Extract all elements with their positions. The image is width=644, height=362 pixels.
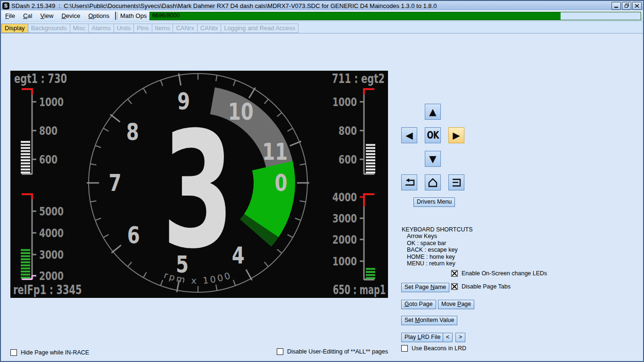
nav-up-button[interactable]: ▲ xyxy=(425,104,441,120)
tab-canrx[interactable]: CANrx xyxy=(173,24,197,33)
disable-edit-all-checkbox[interactable] xyxy=(277,348,283,355)
nav-ok-button[interactable]: OK xyxy=(425,127,441,143)
minimize-button[interactable] xyxy=(611,2,621,10)
nav-right-button[interactable]: ▶ xyxy=(448,127,464,143)
dial-label-6: 6 xyxy=(127,222,140,249)
svg-text:3000: 3000 xyxy=(39,248,64,262)
hide-page-label: Hide Page while IN-RACE xyxy=(21,349,89,356)
svg-text:1000: 1000 xyxy=(332,95,357,109)
close-button[interactable] xyxy=(632,2,642,10)
disable-edit-all-row: Disable User-Editting of **ALL** pages xyxy=(277,348,388,355)
readout-top-left: egt1 : 730 xyxy=(14,72,67,86)
progressbar-fill xyxy=(150,12,561,20)
ok-label: OK xyxy=(427,130,438,141)
move-page-button[interactable]: Move Page xyxy=(438,300,474,309)
linear-gauge-egt1: 1000800600 xyxy=(21,88,64,174)
app-logo-icon: S xyxy=(2,2,9,9)
linear-gauge-relFp1: 5000400030002000 xyxy=(21,193,64,283)
page-content: egt1 : 730711 : egt2relFp1 : 3345650 : m… xyxy=(1,33,643,361)
keyboard-shortcuts: KEYBOARD SHORTCUTS Arrow KeysOK : space … xyxy=(402,226,473,267)
disable-page-tabs-checkbox[interactable] xyxy=(451,283,458,290)
shortcut-line: HOME : home key xyxy=(402,254,473,260)
dial-label-11: 11 xyxy=(262,138,288,165)
close-icon xyxy=(635,4,639,8)
tab-logging-and-read-access[interactable]: Logging and Read Access xyxy=(221,24,298,33)
back-icon xyxy=(404,177,415,188)
restore-icon xyxy=(624,3,629,8)
lrd-next-button[interactable]: > xyxy=(455,333,465,342)
dial-label-8: 8 xyxy=(126,118,139,146)
nav-menu-button[interactable] xyxy=(448,174,464,190)
svg-text:3000: 3000 xyxy=(332,212,357,225)
menu-separator xyxy=(115,12,117,20)
play-lrd-file-button[interactable]: Play LRD File xyxy=(401,333,444,342)
enable-leds-checkbox[interactable] xyxy=(451,270,458,277)
left-arrow-icon: ◀ xyxy=(405,130,413,141)
nav-back-button[interactable] xyxy=(401,174,417,190)
tab-backgrounds[interactable]: Backgrounds xyxy=(28,24,70,33)
gear-readout: 3 xyxy=(162,97,234,284)
svg-text:600: 600 xyxy=(39,153,58,166)
dash-preview-canvas: egt1 : 730711 : egt2relFp1 : 3345650 : m… xyxy=(10,71,388,298)
menu-file[interactable]: File xyxy=(1,11,19,20)
enable-leds-label: Enable On-Screen change LEDs xyxy=(462,270,547,277)
lrd-prev-button[interactable]: < xyxy=(443,333,453,342)
linear-gauge-egt2: 1000800600 xyxy=(332,88,375,174)
rpm-dial: 04567891011rpm x 10003 xyxy=(87,74,309,292)
menu-icon xyxy=(451,177,462,188)
hide-page-checkbox[interactable] xyxy=(10,349,17,356)
goto-page-button[interactable]: Goto Page xyxy=(401,300,436,309)
tab-misc[interactable]: Misc xyxy=(70,24,89,33)
math-ops-progressbar: 6696/8000 xyxy=(149,12,641,20)
dial-label-7: 7 xyxy=(109,169,122,197)
tab-display[interactable]: Display xyxy=(1,24,28,33)
svg-text:4000: 4000 xyxy=(39,226,64,240)
shortcut-line: BACK : escape key xyxy=(402,247,473,253)
title-bar: S SDash 2.15.349 : C:\Users\Public\Docum… xyxy=(1,1,643,10)
shortcuts-list: Arrow KeysOK : space barBACK : escape ke… xyxy=(402,233,473,267)
tab-items[interactable]: Items xyxy=(152,24,173,33)
disable-page-tabs-row: Disable Page Tabs xyxy=(451,283,511,290)
minimize-icon xyxy=(614,4,619,8)
menu-bar: FileCalViewDeviceOptions Math Ops 6696/8… xyxy=(1,10,643,22)
menu-device[interactable]: Device xyxy=(58,11,84,20)
set-monitem-value-button[interactable]: Set MonItem Value xyxy=(401,316,457,325)
readout-bottom-left: relFp1 : 3345 xyxy=(13,283,82,297)
menu-options[interactable]: Options xyxy=(84,11,113,20)
menu-view[interactable]: View xyxy=(36,11,57,20)
svg-text:800: 800 xyxy=(339,124,357,138)
tab-cantx[interactable]: CANtx xyxy=(197,24,222,33)
nav-left-button[interactable]: ◀ xyxy=(401,127,417,143)
svg-text:600: 600 xyxy=(339,153,357,166)
menu-items: FileCalViewDeviceOptions xyxy=(1,12,113,19)
use-beacons-label: Use Beacons in LRD xyxy=(412,345,466,352)
dial-label-0: 0 xyxy=(275,169,288,197)
use-beacons-checkbox[interactable] xyxy=(401,345,408,352)
svg-text:1000: 1000 xyxy=(332,255,357,268)
shortcut-line: MENU : return key xyxy=(402,260,473,267)
menu-cal[interactable]: Cal xyxy=(19,11,36,20)
dash-preview[interactable]: egt1 : 730711 : egt2relFp1 : 3345650 : m… xyxy=(10,71,388,298)
tab-pins[interactable]: Pins xyxy=(133,24,152,33)
up-arrow-icon: ▲ xyxy=(429,106,436,117)
linear-gauge-map1: 4000300020001000 xyxy=(332,190,375,280)
tab-alarms[interactable]: Alarms xyxy=(88,24,114,33)
restore-button[interactable] xyxy=(622,2,631,10)
right-arrow-icon: ▶ xyxy=(453,130,460,141)
tab-units[interactable]: Units xyxy=(114,24,134,33)
svg-text:4000: 4000 xyxy=(332,190,357,204)
tab-bar: DisplayBackgroundsMiscAlarmsUnitsPinsIte… xyxy=(1,22,643,33)
progressbar-value: 6696/8000 xyxy=(152,12,180,19)
nav-home-button[interactable] xyxy=(425,174,441,190)
window-title: SDash 2.15.349 : C:\Users\Public\Documen… xyxy=(11,2,611,9)
set-page-name-button[interactable]: Set Page Name xyxy=(401,283,449,292)
shortcut-line: Arrow Keys xyxy=(402,233,473,239)
nav-down-button[interactable]: ▼ xyxy=(425,151,441,167)
math-ops-label: Math Ops xyxy=(119,12,149,19)
svg-text:2000: 2000 xyxy=(39,269,64,283)
use-beacons-row: Use Beacons in LRD xyxy=(401,345,466,352)
enable-leds-row: Enable On-Screen change LEDs xyxy=(451,270,547,277)
drivers-menu-button[interactable]: Drivers Menu xyxy=(413,197,455,207)
shortcut-line: OK : space bar xyxy=(402,240,473,247)
svg-text:1000: 1000 xyxy=(39,95,64,109)
